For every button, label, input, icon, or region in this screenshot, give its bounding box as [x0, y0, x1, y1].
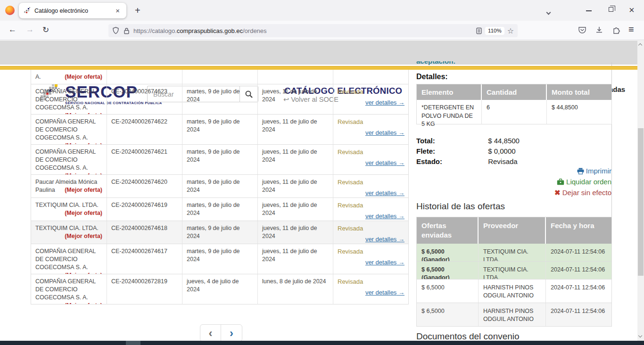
- footer-segment: [126, 341, 140, 345]
- pocket-icon[interactable]: [578, 26, 586, 34]
- total-label: Total:: [416, 137, 486, 145]
- ver-detalles-link[interactable]: ver detalles →: [338, 235, 405, 244]
- date-sent-cell: martes, 9 de julio de 2024: [182, 145, 258, 174]
- tab-title: Catálogo electrónico: [34, 8, 114, 14]
- ce-number-cell: CE-20240002674622: [107, 115, 182, 144]
- status-badge: Revisada: [338, 148, 363, 156]
- table-row: COMPAÑIA GENERAL DE COMERCIO COGECOMSA S…: [31, 115, 408, 145]
- ce-number-cell: CE-20240002672819: [107, 274, 182, 304]
- menu-hamburger-icon[interactable]: ≡: [628, 24, 634, 35]
- status-badge: Revisada: [338, 248, 363, 255]
- reader-view-icon[interactable]: [476, 27, 482, 34]
- page-scrollbar[interactable]: [637, 40, 644, 341]
- order-actions: Imprimir Liquidar orden ✖ Dejar sin efec…: [554, 167, 611, 200]
- ver-detalles-link[interactable]: ver detalles →: [338, 258, 405, 267]
- provider-cell: TEXTIQUIM CIA. LTDA.: [479, 262, 546, 279]
- date-sent-cell: martes, 9 de julio de 2024: [182, 175, 258, 197]
- table-row: COMPAÑIA GENERAL DE COMERCIO COGECOMSA S…: [31, 244, 408, 274]
- offer-cell: $ 6,5000 (Ganador): [417, 262, 479, 279]
- estado-label: Estado:: [416, 157, 486, 165]
- status-badge: Revisada: [338, 278, 363, 285]
- window-minimize-button[interactable]: [586, 10, 592, 11]
- status-cell: Revisada ver detalles →: [333, 175, 408, 197]
- browser-tab[interactable]: Catálogo electrónico ×: [19, 3, 126, 18]
- status-cell: Revisada ver detalles →: [333, 244, 408, 274]
- details-title: Detalles:: [416, 73, 448, 81]
- pagination: ‹ ›: [200, 324, 242, 342]
- tab-close-icon[interactable]: ×: [114, 6, 122, 15]
- ver-detalles-link[interactable]: ver detalles →: [338, 159, 405, 167]
- status-cell: Revisada ver detalles →: [333, 115, 408, 144]
- supplier-cell: COMPAÑIA GENERAL DE COMERCIO COGECOMSA S…: [31, 84, 107, 114]
- datetime-cell: 2024-07-11 12:54:06: [546, 303, 612, 326]
- ver-detalles-link[interactable]: ver detalles →: [338, 189, 405, 197]
- cantidad-cell: 6: [482, 100, 547, 124]
- table-row-partial: A.(Mejor oferta): [31, 70, 408, 84]
- provider-cell: HARNISTH PINOS ODGUIL ANTONIO: [479, 303, 546, 326]
- reload-button[interactable]: ↻: [42, 25, 49, 35]
- back-button[interactable]: ←: [8, 25, 17, 34]
- ver-detalles-link[interactable]: ver detalles →: [338, 212, 405, 221]
- offer-cell: $ 6,5000: [417, 279, 479, 303]
- ver-detalles-link[interactable]: ver detalles →: [338, 288, 405, 297]
- table-row: COMPAÑIA GENERAL DE COMERCIO COGECOMSA S…: [31, 84, 408, 115]
- window-restore-button[interactable]: [609, 7, 613, 12]
- pagination-prev-button[interactable]: ‹: [200, 325, 221, 341]
- dejar-sin-efecto-link[interactable]: ✖ Dejar sin efecto: [554, 189, 611, 197]
- best-offer-badge: (Mejor oferta): [65, 73, 102, 81]
- briefcase-icon: [557, 179, 564, 185]
- history-row-winner: $ 6,5000 (Ganador) TEXTIQUIM CIA. LTDA. …: [417, 244, 611, 262]
- best-offer-badge: (Mejor oferta): [65, 271, 102, 274]
- tab-list-chevron-icon[interactable]: [547, 8, 550, 16]
- firefox-icon[interactable]: [5, 6, 15, 15]
- scrollbar-thumb[interactable]: [638, 128, 644, 276]
- arrow-right-icon: →: [398, 236, 405, 243]
- arrow-right-icon: →: [398, 129, 405, 136]
- scroll-up-icon[interactable]: [638, 43, 642, 47]
- footer-bar: [0, 341, 644, 345]
- forward-button[interactable]: →: [26, 25, 34, 34]
- date-sent-cell: martes, 9 de julio de 2024: [182, 244, 258, 274]
- status-cell: Revisada ver detalles →: [333, 84, 408, 114]
- status-cell: Revisada ver detalles →: [333, 274, 408, 304]
- arrow-right-icon: →: [398, 159, 405, 166]
- zoom-level-button[interactable]: 110%: [485, 27, 504, 35]
- best-offer-badge: (Mejor oferta): [65, 232, 102, 240]
- date-due-cell: jueves, 11 de julio de 2024: [258, 221, 333, 244]
- status-badge: Revisada: [338, 202, 363, 209]
- bookmark-star-icon[interactable]: ☆: [507, 26, 514, 35]
- ce-number-cell: CE-20240002674617: [107, 244, 182, 274]
- extensions-puzzle-icon[interactable]: [612, 25, 621, 34]
- date-sent-cell: martes, 9 de julio de 2024: [182, 115, 258, 144]
- downloads-icon[interactable]: [595, 26, 603, 34]
- ver-detalles-link[interactable]: ver detalles →: [338, 99, 405, 107]
- imprimir-link[interactable]: Imprimir: [554, 167, 611, 175]
- lock-icon[interactable]: [124, 27, 130, 34]
- supplier-cell: COMPAÑIA GENERAL DE COMERCIO COGECOMSA S…: [31, 145, 107, 174]
- date-due-cell: jueves, 11 de julio de 2024: [258, 198, 333, 221]
- date-due-cell: jueves, 11 de julio de 2024: [258, 175, 333, 197]
- elemento-cell: *DETERGENTE EN POLVO FUNDA DE 5 KG: [417, 100, 482, 124]
- column-header: Cantidad: [482, 84, 547, 100]
- shield-icon[interactable]: [112, 27, 119, 34]
- supplier-cell: A.(Mejor oferta): [31, 70, 107, 84]
- monto-cell: $ 44,8500: [547, 100, 612, 124]
- arrow-right-icon: →: [398, 289, 405, 296]
- arrow-right-icon: →: [398, 213, 405, 220]
- window-close-button[interactable]: ×: [629, 5, 635, 16]
- pagination-next-button[interactable]: ›: [221, 325, 242, 341]
- printer-icon: [577, 168, 584, 174]
- url-bar[interactable]: https://catalogo.compraspublicas.gob.ec/…: [108, 24, 518, 37]
- scroll-down-icon[interactable]: [638, 334, 642, 337]
- table-row: Paucar Almeida Mónica Paulina (Mejor ofe…: [31, 175, 408, 198]
- ver-detalles-link[interactable]: ver detalles →: [338, 129, 405, 137]
- details-table-header: Elemento Cantidad Monto total: [417, 84, 611, 100]
- offers-history-table: Ofertas enviadas Proveedor Fecha y hora …: [416, 217, 612, 327]
- liquidar-orden-link[interactable]: Liquidar orden: [554, 178, 611, 186]
- new-tab-button[interactable]: +: [132, 4, 143, 17]
- date-sent-cell: jueves, 4 de julio de 2024: [182, 274, 258, 304]
- header-accent-bar: [0, 66, 637, 70]
- provider-cell: TEXTIQUIM CIA. LTDA.: [479, 244, 546, 261]
- url-text[interactable]: https://catalogo.compraspublicas.gob.ec/…: [133, 27, 476, 34]
- supplier-cell: COMPAÑIA GENERAL DE COMERCIO COGECOMSA S…: [31, 244, 107, 274]
